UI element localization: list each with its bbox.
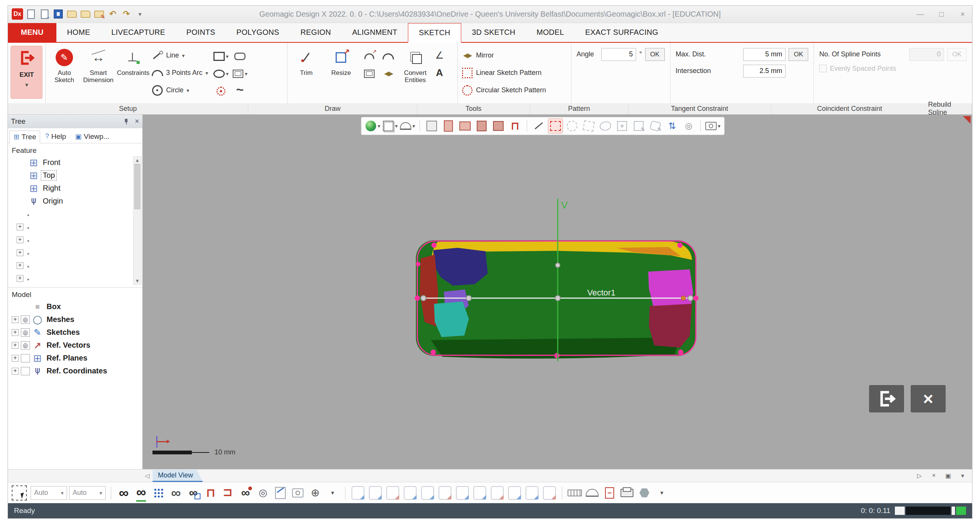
expand-icon[interactable] <box>17 275 24 282</box>
line-dropdown-icon[interactable]: ▾ <box>182 53 185 59</box>
tangent-ok-button[interactable]: OK <box>645 48 665 61</box>
measure-section-icon[interactable] <box>220 485 236 501</box>
selection-mode-icon[interactable] <box>12 486 27 500</box>
protractor-icon[interactable] <box>584 485 600 501</box>
model-view-canvas[interactable]: V Vector1 <box>143 115 972 470</box>
max-dist-input[interactable] <box>743 48 786 61</box>
scroll-down-icon[interactable]: ▼ <box>135 278 140 284</box>
bottom-toolbar-separator[interactable] <box>562 487 562 499</box>
top-view-icon[interactable] <box>489 485 505 501</box>
app-icon[interactable]: Dx <box>12 8 23 20</box>
expand-icon[interactable] <box>12 355 19 362</box>
close-view-icon[interactable]: × <box>930 472 938 479</box>
export-icon[interactable] <box>81 9 91 19</box>
pin-panel-icon[interactable] <box>123 118 129 125</box>
scroll-left-icon[interactable]: ◁ <box>145 472 150 479</box>
model-item-meshes[interactable]: Meshes <box>8 313 142 326</box>
save-icon[interactable] <box>53 9 63 19</box>
show-body-icon[interactable] <box>185 485 201 501</box>
import-icon[interactable] <box>67 9 77 19</box>
smart-dimension-button[interactable]: Smart Dimension <box>82 46 115 99</box>
tab-livecapture[interactable]: LIVECAPTURE <box>101 23 175 42</box>
model-item-ref-planes[interactable]: Ref. Planes <box>8 352 142 365</box>
front-view-icon[interactable] <box>455 485 470 501</box>
arc-dropdown-icon[interactable]: ▾ <box>205 70 208 76</box>
ellipse-tool-button[interactable]: ▾ <box>211 66 231 81</box>
line-tool-button[interactable]: Line ▾ <box>150 48 210 63</box>
mirror-button[interactable]: Mirror <box>460 48 547 63</box>
model-view-tab[interactable]: Model View <box>153 470 203 482</box>
offset-tool-button[interactable] <box>360 66 379 81</box>
dock-view-icon[interactable]: ▣ <box>944 472 952 479</box>
target-point-icon[interactable] <box>307 485 323 501</box>
scroll-thumb[interactable] <box>134 164 140 209</box>
exit-sketch-button[interactable]: EXIT ▾ <box>11 46 42 99</box>
selection-filter-dropdown[interactable]: Auto <box>31 486 67 500</box>
fillet-tool-button[interactable] <box>360 49 379 64</box>
tab-points[interactable]: POINTS <box>176 23 226 42</box>
point-density-icon[interactable] <box>151 485 167 501</box>
intersection-input[interactable] <box>743 65 786 78</box>
section-polygon-icon[interactable] <box>636 485 652 501</box>
ruler-icon[interactable] <box>567 485 583 501</box>
view-list-dropdown-icon[interactable]: ▾ <box>958 472 967 479</box>
spline-tool-button[interactable] <box>232 84 248 99</box>
trim-button[interactable]: Trim <box>290 46 322 99</box>
tab-home[interactable]: HOME <box>56 23 101 42</box>
slot-tool-button[interactable] <box>232 49 248 64</box>
circle-dropdown-icon[interactable]: ▾ <box>186 88 189 94</box>
measure-distance-icon[interactable] <box>203 485 219 501</box>
tab-polygons[interactable]: POLYGONS <box>226 23 290 42</box>
normal-to-view-icon[interactable] <box>524 485 540 501</box>
annotation-icon[interactable] <box>601 485 617 501</box>
open-document-icon[interactable] <box>40 9 49 19</box>
zoom-fit-icon[interactable] <box>385 485 401 501</box>
rectangle-tool-button[interactable]: ▾ <box>211 49 231 64</box>
visibility-toggle-icon[interactable] <box>21 341 30 350</box>
expand-icon[interactable] <box>17 224 24 231</box>
show-regions-icon[interactable] <box>168 485 184 501</box>
tree-item-front[interactable]: Front <box>8 156 132 169</box>
tree-tab-help[interactable]: ? Help <box>41 130 70 143</box>
close-panel-icon[interactable]: × <box>135 117 139 126</box>
next-view-icon[interactable] <box>368 485 383 501</box>
bottom-toolbar-separator[interactable] <box>345 487 345 499</box>
more-tools-dropdown-icon[interactable] <box>654 485 670 501</box>
tab-sketch[interactable]: SKETCH <box>408 23 461 43</box>
cancel-sketch-button[interactable]: × <box>911 385 945 412</box>
point-tool-button[interactable] <box>211 84 231 99</box>
show-ref-planes-icon[interactable] <box>272 485 288 501</box>
model-item-ref-vectors[interactable]: Ref. Vectors <box>8 339 142 352</box>
extend-tool-button[interactable] <box>380 49 396 64</box>
show-cameras-icon[interactable] <box>290 485 306 501</box>
rotate-view-icon[interactable] <box>437 485 453 501</box>
region-teal[interactable] <box>434 301 469 337</box>
isometric-small-view-icon[interactable] <box>507 485 523 501</box>
full-screen-view-icon[interactable] <box>541 485 557 501</box>
display-options-dropdown-icon[interactable] <box>325 485 340 501</box>
tab-3d-sketch[interactable]: 3D SKETCH <box>461 23 526 42</box>
close-button[interactable]: × <box>957 10 968 19</box>
expand-icon[interactable] <box>17 262 24 269</box>
new-document-icon[interactable] <box>26 9 36 19</box>
exit-dropdown-icon[interactable]: ▾ <box>25 81 28 89</box>
expand-icon[interactable] <box>12 329 19 336</box>
convert-entities-button[interactable]: Convert Entities <box>399 46 431 99</box>
show-sketches-icon[interactable] <box>255 485 271 501</box>
visibility-toggle-icon[interactable] <box>21 367 30 375</box>
constraints-button[interactable]: Constraints <box>116 46 149 99</box>
print-icon[interactable] <box>619 485 635 501</box>
restore-button[interactable]: □ <box>936 10 947 19</box>
tree-tab-tree[interactable]: ⊞ Tree <box>10 131 40 143</box>
show-mesh-icon[interactable] <box>133 485 149 501</box>
tab-menu[interactable]: MENU <box>8 23 56 42</box>
angle-input[interactable] <box>601 48 636 61</box>
circular-sketch-pattern-button[interactable]: Circular Sketch Pattern <box>460 83 547 98</box>
visibility-toggle-icon[interactable] <box>21 354 30 362</box>
circle-tool-button[interactable]: Circle ▾ <box>150 83 210 98</box>
tab-model[interactable]: MODEL <box>526 23 575 42</box>
zoom-area-icon[interactable] <box>402 485 418 501</box>
mirror-entities-button[interactable] <box>380 66 396 81</box>
expand-icon[interactable] <box>17 249 24 256</box>
bottom-toolbar-separator[interactable] <box>111 487 111 499</box>
